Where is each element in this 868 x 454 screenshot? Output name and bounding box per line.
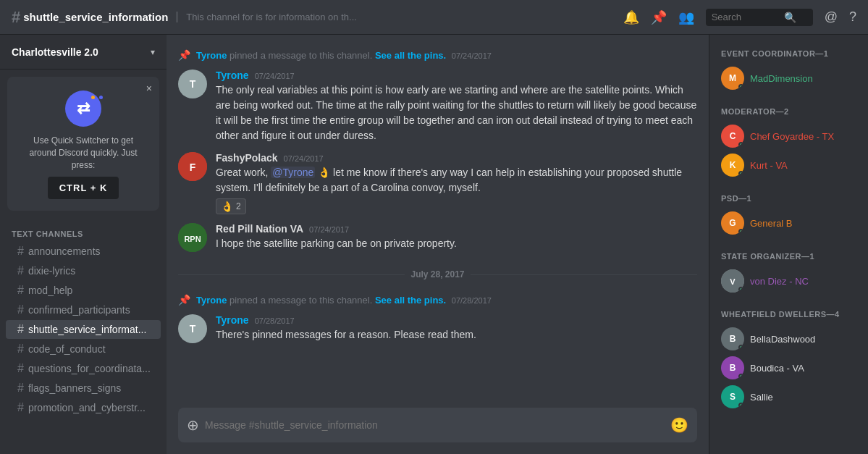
- chat-area: 📌 Tyrone pinned a message to this channe…: [167, 35, 709, 454]
- member-item-boudica[interactable]: B Boudica - VA: [715, 353, 862, 382]
- avatar-tyrone-1: T: [178, 70, 207, 98]
- top-bar: # shuttle_service_information This chann…: [0, 0, 868, 35]
- member-name-kurtva: Kurt - VA: [750, 160, 788, 171]
- message-input[interactable]: [205, 411, 665, 440]
- dot-2: [99, 96, 103, 99]
- role-section-state-organizer: STATE ORGANIZER—1 V von Diez - NC: [715, 249, 862, 295]
- member-item-chefgoyardee[interactable]: C Chef Goyardee - TX: [715, 122, 862, 151]
- msg-timestamp-tyrone-1: 07/24/2017: [255, 72, 295, 80]
- avatar-redpillnation: RPN: [178, 223, 207, 252]
- member-name-vondiez: von Diez - NC: [750, 276, 809, 287]
- msg-header-tyrone-2: Tyrone 07/28/2017: [216, 314, 697, 326]
- channel-name-questions_for_coordinata: questions_for_coordinata...: [28, 363, 151, 374]
- member-item-vondiez[interactable]: V von Diez - NC: [715, 266, 862, 295]
- date-line-right: [471, 274, 697, 275]
- reaction-ok[interactable]: 👌 2: [216, 198, 246, 214]
- msg-header-tyrone-1: Tyrone 07/24/2017: [216, 70, 697, 81]
- message-tyrone-2: T Tyrone 07/28/2017 There's pinned messa…: [167, 311, 709, 346]
- search-input[interactable]: [712, 12, 784, 22]
- close-popup-button[interactable]: ×: [146, 83, 152, 94]
- at-icon[interactable]: @: [825, 9, 838, 25]
- sidebar-item-code_of_conduct[interactable]: #code_of_conduct: [6, 340, 161, 358]
- status-dot-generalb: [738, 229, 744, 235]
- dot-1: [91, 96, 95, 99]
- quick-switcher-icon: ⇄: [63, 88, 104, 129]
- sidebar-item-mod_help[interactable]: #mod_help: [6, 281, 161, 300]
- channel-hash-flags_banners_signs: #: [17, 382, 24, 395]
- channels-list: #announcements#dixie-lyrics#mod_help#con…: [0, 241, 167, 418]
- quick-switcher-text: Use Quick Switcher to get around Discord…: [19, 135, 148, 171]
- member-item-belladashwood[interactable]: B BellaDashwood: [715, 324, 862, 353]
- member-avatar-maddimension: M: [721, 67, 744, 90]
- msg-header-redpillnation: Red Pill Nation VA 07/24/2017: [216, 223, 697, 235]
- member-name-maddimension: MadDimension: [750, 73, 813, 84]
- quick-switcher-popup: × ⇄ Use Quick Switcher to get around Dis…: [7, 77, 159, 211]
- members-icon[interactable]: 👥: [678, 9, 694, 25]
- right-sidebar: EVENT COORDINATOR—1 M MadDimension MODER…: [709, 35, 868, 454]
- svg-text:V: V: [730, 277, 736, 286]
- msg-content-tyrone-1: Tyrone 07/24/2017 The only real variable…: [216, 70, 697, 143]
- member-avatar-boudica: B: [721, 356, 744, 379]
- avatar-tyrone-2: T: [178, 314, 207, 343]
- channel-name-announcements: announcements: [28, 245, 101, 257]
- channel-name-shuttle_service_information: shuttle_service_informat...: [28, 324, 146, 335]
- sidebar-item-flags_banners_signs[interactable]: #flags_banners_signs: [6, 379, 161, 398]
- channel-hash-shuttle_service_information: #: [17, 323, 24, 336]
- sidebar-item-announcements[interactable]: #announcements: [6, 242, 161, 261]
- msg-author-fashypolack: FashyPolack: [216, 152, 278, 164]
- channel-name-flags_banners_signs: flags_banners_signs: [28, 382, 121, 394]
- pin-icon-system-1: 📌: [178, 49, 190, 61]
- member-name-sallie: Sallie: [750, 392, 773, 403]
- channel-name-dixie-lyrics: dixie-lyrics: [28, 265, 75, 277]
- system-message-1: 📌 Tyrone pinned a message to this channe…: [167, 46, 709, 64]
- quick-switcher-shortcut[interactable]: CTRL + K: [48, 177, 119, 199]
- channel-name-promotion_and_cyberstr: promotion_and_cyberstr...: [28, 402, 146, 413]
- sidebar-item-questions_for_coordinata[interactable]: #questions_for_coordinata...: [6, 359, 161, 378]
- role-section-wheatfield: WHEATFIELD DWELLERS—4 B BellaDashwood B …: [715, 307, 862, 411]
- quick-switcher-dots: [90, 90, 104, 116]
- sidebar-item-confirmed_participants[interactable]: #confirmed_participants: [6, 300, 161, 319]
- messages-list: 📌 Tyrone pinned a message to this channe…: [167, 35, 709, 408]
- main-layout: Charlottesville 2.0 ▾ × ⇄ Use Quick Swit…: [0, 35, 868, 454]
- member-avatar-belladashwood: B: [721, 327, 744, 350]
- member-item-generalb[interactable]: G General B: [715, 209, 862, 237]
- mention-tyrone: @Tyrone: [271, 167, 315, 178]
- see-all-pins-link-2[interactable]: See all the pins.: [375, 295, 446, 306]
- member-item-maddimension[interactable]: M MadDimension: [715, 64, 862, 93]
- member-item-sallie[interactable]: S Sallie: [715, 382, 862, 411]
- status-dot-kurtva: [738, 171, 744, 177]
- svg-text:RPN: RPN: [184, 235, 201, 243]
- member-item-kurtva[interactable]: K Kurt - VA: [715, 151, 862, 180]
- svg-text:F: F: [190, 161, 196, 173]
- message-add-button[interactable]: ⊕: [187, 408, 205, 442]
- status-dot-boudica: [738, 374, 744, 379]
- role-label-moderator: MODERATOR—2: [715, 104, 862, 119]
- role-label-state-organizer: STATE ORGANIZER—1: [715, 249, 862, 264]
- emoji-picker-button[interactable]: 🙂: [665, 408, 688, 442]
- msg-text-tyrone-1: The only real variables at this point is…: [216, 83, 697, 143]
- bell-icon[interactable]: 🔔: [623, 9, 639, 25]
- server-header[interactable]: Charlottesville 2.0 ▾: [0, 35, 167, 70]
- help-icon[interactable]: ?: [849, 9, 856, 25]
- role-section-psd: PSD—1 G General B: [715, 191, 862, 237]
- date-divider: July 28, 2017: [167, 258, 709, 291]
- system-msg-text-1: Tyrone pinned a message to this channel.…: [196, 50, 492, 61]
- message-fashypolack: F FashyPolack 07/24/2017 Great work, @Ty…: [167, 149, 709, 217]
- msg-timestamp-tyrone-2: 07/28/2017: [255, 316, 295, 325]
- system-message-2: 📌 Tyrone pinned a message to this channe…: [167, 291, 709, 308]
- system-timestamp-1: 07/24/2017: [452, 51, 492, 60]
- sidebar-item-dixie-lyrics[interactable]: #dixie-lyrics: [6, 261, 161, 280]
- arrows-icon: ⇄: [77, 99, 90, 118]
- fashypolack-avatar-svg: F: [178, 152, 207, 181]
- search-icon: 🔍: [784, 12, 796, 23]
- sidebar-item-shuttle_service_information[interactable]: #shuttle_service_informat...: [6, 320, 161, 339]
- message-input-box: ⊕ 🙂: [178, 408, 697, 442]
- sidebar-item-promotion_and_cyberstr[interactable]: #promotion_and_cyberstr...: [6, 398, 161, 417]
- pin-icon[interactable]: 📌: [651, 9, 667, 25]
- member-name-boudica: Boudica - VA: [750, 363, 804, 374]
- search-bar[interactable]: 🔍: [706, 9, 813, 26]
- see-all-pins-link-1[interactable]: See all the pins.: [375, 50, 446, 61]
- msg-timestamp-redpillnation: 07/24/2017: [309, 225, 349, 234]
- channel-description: This channel for is for information on t…: [177, 12, 357, 22]
- channel-hash-icon: #: [12, 8, 20, 27]
